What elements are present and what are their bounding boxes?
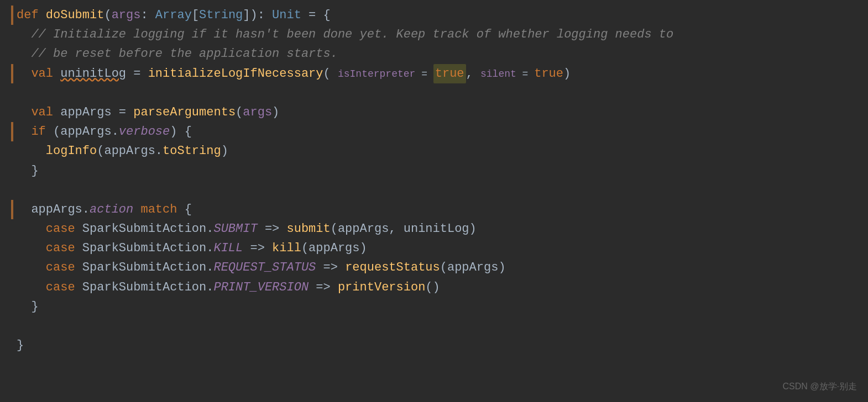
code-line-17: }	[11, 336, 868, 355]
param-args-ref: args	[243, 103, 272, 122]
arg-appArgs-1: appArgs	[338, 219, 389, 239]
code-line-15: }	[11, 297, 868, 316]
code-line-12: case SparkSubmitAction.KILL => kill(appA…	[11, 239, 868, 258]
const-SUBMIT: SUBMIT	[213, 219, 257, 239]
code-line-3: // be reset before the application start…	[11, 44, 868, 64]
code-line-13: case SparkSubmitAction.REQUEST_STATUS =>…	[11, 258, 868, 277]
const-PRINT_VERSION: PRINT_VERSION	[213, 278, 308, 297]
arg-appArgs-2: appArgs	[308, 239, 359, 258]
type-unit: Unit	[272, 6, 301, 25]
keyword-def: def	[17, 6, 46, 25]
comment-line-3: // be reset before the application start…	[17, 44, 338, 64]
var-appArgs: appArgs	[60, 103, 111, 122]
code-line-14: case SparkSubmitAction.PRINT_VERSION => …	[11, 278, 868, 297]
line-bar-1	[11, 6, 13, 25]
paren-open-1: (	[104, 6, 111, 25]
param-silent: silent	[480, 66, 516, 82]
keyword-case-2: case	[46, 239, 82, 258]
function-name-doSubmit: doSubmit	[46, 6, 104, 25]
class-SparkSubmitAction-4: SparkSubmitAction.	[82, 278, 214, 297]
class-SparkSubmitAction-3: SparkSubmitAction.	[82, 258, 214, 277]
type-string: String	[199, 6, 243, 25]
code-line-8: logInfo(appArgs.toString)	[11, 141, 868, 161]
code-line-4: val uninitLog = initializeLogIfNecessary…	[11, 64, 868, 83]
comment-line-2: // Initialize logging if it hasn't been …	[17, 25, 673, 44]
watermark: CSDN @放学·别走	[783, 379, 857, 394]
keyword-if: if	[31, 122, 53, 141]
fn-kill: kill	[272, 239, 301, 258]
fn-parseArguments: parseArguments	[133, 103, 236, 122]
code-editor: def doSubmit(args: Array[String]): Unit …	[0, 0, 868, 361]
keyword-val-1: val	[31, 64, 60, 83]
prop-verbose: verbose	[119, 122, 170, 141]
value-true-1: true	[433, 64, 466, 83]
line-bar-10	[11, 200, 13, 219]
fn-requestStatus: requestStatus	[345, 258, 440, 277]
code-line-9: }	[11, 161, 868, 181]
code-line-11: case SparkSubmitAction.SUBMIT => submit(…	[11, 219, 868, 239]
arg-appArgs-3: appArgs	[447, 258, 498, 277]
var-uninitLog: uninitLog	[60, 64, 126, 83]
code-line-5	[11, 83, 868, 103]
arg-uninitLog: uninitLog	[404, 219, 469, 239]
fn-printVersion: printVersion	[338, 278, 425, 297]
code-line-6: val appArgs = parseArguments(args)	[11, 103, 868, 122]
code-line-empty	[11, 181, 868, 200]
method-toString: toString	[163, 141, 221, 161]
keyword-case-3: case	[46, 258, 82, 277]
keyword-val-2: val	[31, 103, 60, 122]
fn-submit: submit	[287, 219, 331, 239]
keyword-case-1: case	[46, 219, 82, 239]
keyword-match: match	[140, 200, 177, 219]
keyword-case-4: case	[46, 278, 82, 297]
code-line-2: // Initialize logging if it hasn't been …	[11, 25, 868, 44]
param-args: args	[112, 6, 141, 25]
code-line-16	[11, 316, 868, 336]
final-brace: }	[17, 336, 24, 355]
code-line-7: if (appArgs.verbose) {	[11, 122, 868, 141]
fn-logInfo: logInfo	[46, 141, 97, 161]
value-true-2: true	[534, 64, 563, 83]
code-line-10: appArgs.action match {	[11, 200, 868, 219]
const-KILL: KILL	[213, 239, 243, 258]
line-bar-7	[11, 122, 13, 141]
class-SparkSubmitAction-1: SparkSubmitAction.	[82, 219, 214, 239]
class-SparkSubmitAction-2: SparkSubmitAction.	[82, 239, 214, 258]
const-REQUEST_STATUS: REQUEST_STATUS	[213, 258, 316, 277]
line-bar-4	[11, 64, 13, 83]
var-appArgs-tostring: appArgs.	[104, 141, 163, 161]
var-appArgs-match: appArgs.	[31, 200, 90, 219]
param-isInterpreter: isInterpreter	[338, 66, 415, 82]
var-appArgs-if: appArgs.	[60, 122, 119, 141]
prop-action: action	[90, 200, 133, 219]
fn-initializeLog: initializeLogIfNecessary	[148, 64, 323, 83]
type-array: Array	[155, 6, 192, 25]
code-line-1: def doSubmit(args: Array[String]): Unit …	[11, 6, 868, 25]
